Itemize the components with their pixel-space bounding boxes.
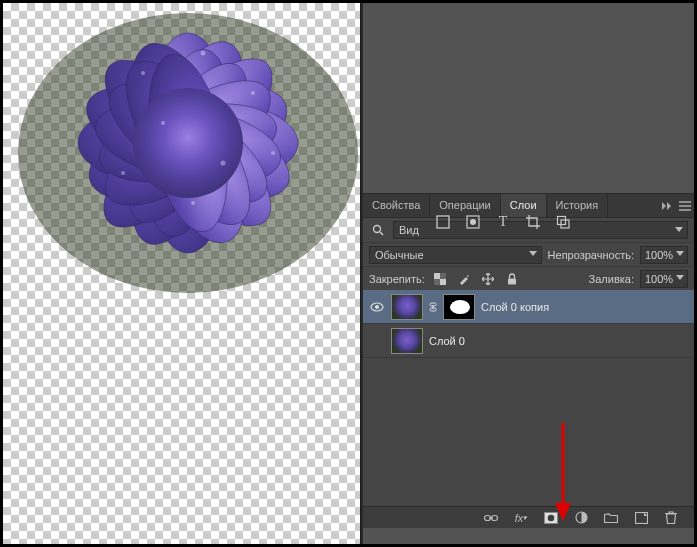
lock-transparency-icon[interactable] xyxy=(431,270,449,288)
fx-icon[interactable]: fx▾ xyxy=(512,509,530,527)
svg-point-3 xyxy=(81,36,296,251)
lock-row: Закрепить: Заливка: 100% xyxy=(363,266,694,290)
rect-tool-icon[interactable] xyxy=(433,212,453,232)
svg-point-9 xyxy=(133,42,244,243)
visibility-toggle[interactable] xyxy=(369,299,385,315)
crop-tool-icon[interactable] xyxy=(523,212,543,232)
svg-point-0 xyxy=(18,13,358,293)
add-mask-icon[interactable] xyxy=(542,509,560,527)
svg-point-16 xyxy=(135,48,240,238)
layers-panel: Свойства Операции Слои История Вид Обычн… xyxy=(363,193,694,528)
svg-line-27 xyxy=(380,232,383,235)
svg-rect-32 xyxy=(508,278,516,284)
svg-point-8 xyxy=(107,28,268,258)
svg-point-24 xyxy=(271,151,275,155)
status-bar xyxy=(363,528,694,544)
svg-point-25 xyxy=(191,201,195,205)
chevron-down-icon xyxy=(676,275,683,282)
shape-tool-icon[interactable] xyxy=(553,212,573,232)
layer-row[interactable]: Слой 0 xyxy=(363,324,694,358)
svg-point-10 xyxy=(108,46,269,240)
text-tool-icon[interactable]: T xyxy=(493,212,513,232)
svg-point-19 xyxy=(201,51,206,56)
svg-point-26 xyxy=(374,226,381,233)
svg-point-7 xyxy=(82,37,294,249)
svg-rect-30 xyxy=(440,273,446,279)
layer-name[interactable]: Слой 0 xyxy=(429,335,465,347)
svg-point-12 xyxy=(93,90,283,195)
chevron-down-icon xyxy=(529,251,536,258)
layer-thumbnail[interactable] xyxy=(391,328,423,354)
layer-name[interactable]: Слой 0 копия xyxy=(481,301,549,313)
svg-point-6 xyxy=(72,64,304,223)
lock-pixels-icon[interactable] xyxy=(455,270,473,288)
svg-point-47 xyxy=(470,219,476,225)
delete-layer-icon[interactable] xyxy=(662,509,680,527)
tab-properties[interactable]: Свойства xyxy=(363,194,430,217)
svg-point-4 xyxy=(74,63,302,223)
flower-image xyxy=(3,0,373,323)
filter-type-label: Вид xyxy=(399,224,419,236)
chevron-down-icon xyxy=(676,251,683,258)
svg-point-13 xyxy=(88,88,287,198)
visibility-toggle[interactable] xyxy=(369,333,385,349)
search-icon xyxy=(369,221,387,239)
blend-mode-select[interactable]: Обычные xyxy=(369,246,542,264)
svg-rect-29 xyxy=(440,279,446,285)
document-canvas[interactable] xyxy=(3,3,360,544)
svg-point-14 xyxy=(92,62,285,225)
lock-label: Закрепить: xyxy=(369,273,425,285)
layers-bottom-bar: fx▾ xyxy=(363,506,694,528)
svg-rect-45 xyxy=(437,216,449,228)
new-layer-icon[interactable] xyxy=(632,509,650,527)
svg-point-22 xyxy=(221,161,226,166)
svg-point-21 xyxy=(161,121,165,125)
new-group-icon[interactable] xyxy=(602,509,620,527)
fill-input[interactable]: 100% xyxy=(640,270,688,288)
blend-row: Обычные Непрозрачность: 100% xyxy=(363,242,694,266)
svg-point-5 xyxy=(78,97,298,189)
panel-collapse-icon[interactable] xyxy=(658,194,676,217)
svg-point-15 xyxy=(103,43,272,243)
adjustment-layer-icon[interactable] xyxy=(572,509,590,527)
svg-point-17 xyxy=(133,88,243,198)
svg-point-23 xyxy=(121,171,125,175)
fill-value: 100% xyxy=(645,273,673,285)
chevron-down-icon xyxy=(675,227,682,234)
mask-tool-icon[interactable] xyxy=(463,212,483,232)
layer-row[interactable]: Слой 0 копия xyxy=(363,290,694,324)
opacity-label: Непрозрачность: xyxy=(548,249,634,261)
svg-point-34 xyxy=(375,305,379,309)
layer-mask-thumbnail[interactable] xyxy=(443,294,475,320)
svg-rect-28 xyxy=(434,273,440,279)
svg-rect-31 xyxy=(434,279,440,285)
panel-menu-icon[interactable] xyxy=(676,194,694,217)
top-tool-strip: T xyxy=(433,211,573,233)
mask-link-icon[interactable] xyxy=(429,294,437,320)
opacity-input[interactable]: 100% xyxy=(640,246,688,264)
svg-point-1 xyxy=(143,33,233,253)
layer-thumbnail[interactable] xyxy=(391,294,423,320)
svg-point-18 xyxy=(141,71,145,75)
opacity-value: 100% xyxy=(645,249,673,261)
svg-point-11 xyxy=(87,58,289,228)
svg-point-20 xyxy=(251,91,255,95)
svg-point-2 xyxy=(109,27,268,259)
layers-list: Слой 0 копия Слой 0 xyxy=(363,290,694,506)
fill-label: Заливка: xyxy=(589,273,634,285)
svg-point-42 xyxy=(548,514,555,521)
svg-rect-44 xyxy=(635,512,647,523)
blend-mode-value: Обычные xyxy=(375,249,424,261)
lock-all-icon[interactable] xyxy=(503,270,521,288)
link-layers-icon[interactable] xyxy=(482,509,500,527)
lock-position-icon[interactable] xyxy=(479,270,497,288)
